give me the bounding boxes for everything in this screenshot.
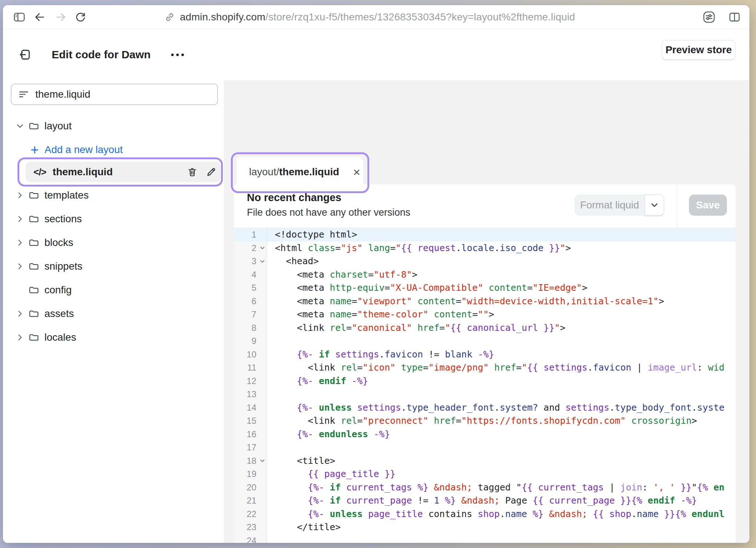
- gutter-cell: 24: [234, 534, 267, 543]
- delete-file-icon[interactable]: [186, 166, 198, 178]
- plus-icon: +: [31, 144, 39, 155]
- chevron-icon[interactable]: [16, 335, 24, 340]
- chevron-icon[interactable]: [16, 124, 24, 128]
- format-liquid-split-button: Format liquid: [575, 195, 664, 216]
- line-number: 10: [234, 349, 258, 360]
- gutter-cell: 15: [234, 414, 267, 428]
- code-line[interactable]: 21 {%- if current_page != 1 %} &ndash; P…: [234, 494, 736, 508]
- folder-icon: [28, 121, 39, 132]
- file-search-input[interactable]: theme.liquid: [11, 84, 218, 105]
- link-icon: [165, 12, 175, 22]
- code-line[interactable]: 9: [234, 334, 736, 348]
- tree-folder-item[interactable]: snippets: [3, 260, 224, 273]
- code-line[interactable]: 2 <html class="js" lang="{{ request.loca…: [234, 242, 736, 255]
- code-line[interactable]: 5 <meta http-equiv="X-UA-Compatible" con…: [234, 281, 736, 295]
- line-number: 7: [234, 309, 258, 320]
- tree-folder-item[interactable]: sections: [3, 212, 224, 226]
- code-line[interactable]: 14 {%- unless settings.type_header_font.…: [234, 401, 736, 415]
- code-line[interactable]: 8 <link rel="canonical" href="{{ canonic…: [234, 321, 736, 335]
- chevron-icon[interactable]: [16, 264, 24, 269]
- tree-folder-item[interactable]: config: [3, 283, 224, 297]
- code-line[interactable]: 17: [234, 441, 736, 454]
- tree-item-label: templates: [44, 189, 88, 201]
- tree-file-item-selected[interactable]: </> theme.liquid: [25, 162, 221, 182]
- search-value: theme.liquid: [35, 89, 90, 100]
- tree-item-label: layout: [44, 120, 72, 132]
- code-line[interactable]: 13: [234, 388, 736, 401]
- tree-folder-item[interactable]: layout: [3, 120, 224, 133]
- line-number: 1: [234, 230, 258, 240]
- code-line[interactable]: 20 {%- if current_tags %} &ndash; tagged…: [234, 481, 736, 494]
- tab-file-name: theme.liquid: [279, 166, 339, 178]
- code-text: <link rel="preconnect" href="https://fon…: [267, 414, 736, 428]
- code-line[interactable]: 15 <link rel="preconnect" href="https://…: [234, 414, 736, 428]
- format-options-dropdown[interactable]: [645, 195, 664, 216]
- add-new-layout-link[interactable]: + Add a new layout: [3, 143, 224, 156]
- line-number: 24: [234, 536, 258, 543]
- preview-store-button[interactable]: Preview store: [662, 40, 736, 60]
- line-number: 12: [234, 376, 258, 386]
- browser-toolbar: admin.shopify.com/store/rzq1xu-f5/themes…: [3, 5, 749, 29]
- code-text: [267, 388, 736, 401]
- gutter-cell: 3: [234, 255, 267, 268]
- code-line[interactable]: 3 <head>: [234, 255, 736, 268]
- line-number: 17: [234, 442, 258, 453]
- fold-toggle-icon[interactable]: [258, 246, 267, 250]
- fold-toggle-icon[interactable]: [258, 260, 267, 263]
- code-text: {%- unless page_title contains shop.name…: [267, 508, 736, 521]
- code-area[interactable]: 1 <!doctype html> 2 <html class="js" lan…: [234, 228, 736, 543]
- tree-folder-item[interactable]: locales: [3, 331, 224, 344]
- back-icon[interactable]: [33, 10, 47, 24]
- format-liquid-button[interactable]: Format liquid: [575, 195, 645, 216]
- line-number: 4: [234, 270, 258, 280]
- code-line[interactable]: 1 <!doctype html>: [234, 228, 736, 242]
- content-area: theme.liquid layout + Add a new layout <…: [3, 80, 749, 543]
- line-number: 21: [234, 496, 258, 506]
- chevron-icon[interactable]: [16, 193, 24, 197]
- code-line[interactable]: 11 <link rel="icon" type="image/png" hre…: [234, 361, 736, 375]
- line-number: 2: [234, 243, 258, 253]
- chevron-icon[interactable]: [16, 240, 24, 245]
- tree-folder-item[interactable]: blocks: [3, 236, 224, 249]
- url-domain: admin.shopify.com: [180, 11, 265, 23]
- save-button[interactable]: Save: [689, 195, 727, 216]
- code-line[interactable]: 12 {%- endif -%}: [234, 375, 736, 388]
- code-line[interactable]: 7 <meta name="theme-color" content="">: [234, 308, 736, 321]
- gutter-cell: 10: [234, 348, 267, 361]
- tree-item-label: Add a new layout: [44, 144, 123, 156]
- code-line[interactable]: 23 </title>: [234, 521, 736, 534]
- page-settings-icon[interactable]: [702, 10, 716, 24]
- gutter-cell: 13: [234, 388, 267, 401]
- tab-close-icon[interactable]: ×: [353, 166, 360, 178]
- rename-file-icon[interactable]: [205, 166, 217, 178]
- code-text: <head>: [267, 255, 736, 268]
- tree-folder-item[interactable]: templates: [3, 189, 224, 202]
- tree-item-label: theme.liquid: [53, 166, 113, 178]
- tree-item-label: sections: [44, 213, 82, 225]
- code-line[interactable]: 18 <title>: [234, 454, 736, 468]
- chevron-icon[interactable]: [16, 312, 24, 316]
- file-sidebar: theme.liquid layout + Add a new layout <…: [3, 80, 224, 543]
- line-number: 23: [234, 522, 258, 532]
- browser-window: admin.shopify.com/store/rzq1xu-f5/themes…: [3, 5, 749, 543]
- reload-icon[interactable]: [74, 10, 87, 24]
- sidebar-toggle-icon[interactable]: [12, 10, 26, 24]
- address-bar[interactable]: admin.shopify.com/store/rzq1xu-f5/themes…: [165, 5, 575, 29]
- version-status-subtitle: File does not have any other versions: [247, 207, 410, 218]
- chevron-icon[interactable]: [16, 217, 24, 221]
- code-line[interactable]: 19 {{ page_title }}: [234, 467, 736, 481]
- split-view-icon[interactable]: [728, 10, 741, 24]
- code-text: <title>: [267, 454, 736, 468]
- code-line[interactable]: 24: [234, 534, 736, 543]
- fold-toggle-icon[interactable]: [258, 459, 267, 462]
- code-line[interactable]: 16 {%- endunless -%}: [234, 428, 736, 441]
- tab-theme-liquid[interactable]: layout/theme.liquid ×: [237, 157, 363, 187]
- exit-editor-icon[interactable]: [19, 48, 32, 61]
- more-actions-icon[interactable]: [168, 50, 188, 60]
- code-line[interactable]: 10 {%- if settings.favicon != blank -%}: [234, 348, 736, 361]
- tree-folder-item[interactable]: assets: [3, 307, 224, 320]
- line-number: 5: [234, 283, 258, 293]
- code-line[interactable]: 6 <meta name="viewport" content="width=d…: [234, 295, 736, 308]
- code-line[interactable]: 4 <meta charset="utf-8">: [234, 268, 736, 282]
- code-line[interactable]: 22 {%- unless page_title contains shop.n…: [234, 508, 736, 521]
